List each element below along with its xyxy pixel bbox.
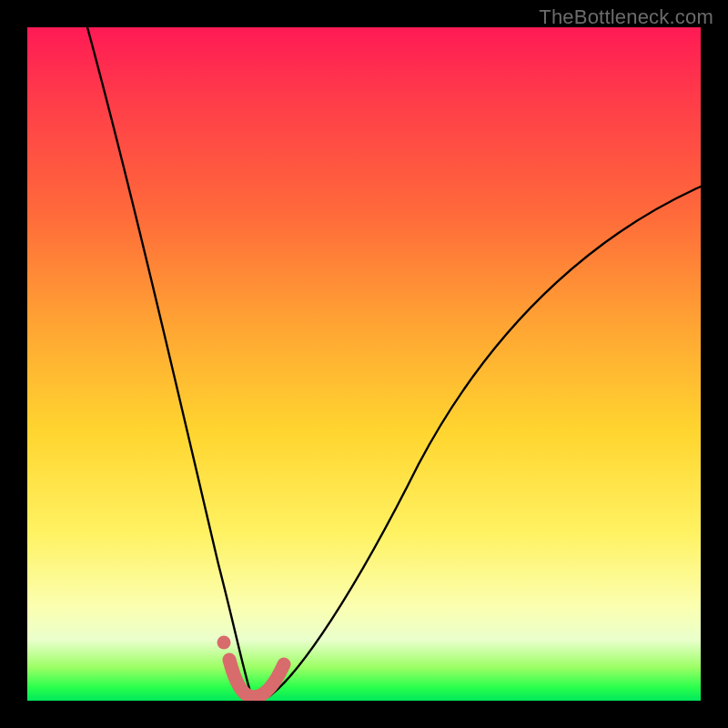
- bottleneck-curve: [87, 27, 701, 699]
- plot-area: [27, 27, 701, 701]
- chart-frame: TheBottleneck.com: [0, 0, 728, 728]
- optimal-marker-dot: [217, 636, 231, 650]
- watermark-text: TheBottleneck.com: [539, 5, 713, 29]
- bottleneck-curve-svg: [27, 27, 701, 701]
